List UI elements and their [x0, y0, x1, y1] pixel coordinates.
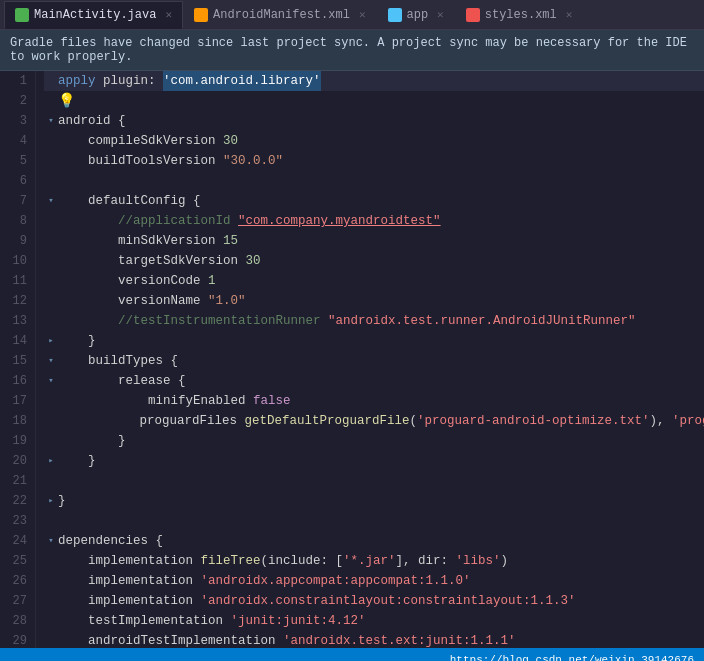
code-line-2: 💡	[44, 91, 704, 111]
fold-23	[44, 514, 58, 528]
fold-24[interactable]: ▾	[44, 534, 58, 548]
line-numbers: 1 2 3 4 5 6 7 8 9 10 11 12 13 14 15 16 1…	[0, 71, 36, 648]
code-line-1: apply plugin: 'com.android.library'	[44, 71, 704, 91]
fold-7[interactable]: ▾	[44, 194, 58, 208]
code-line-25: implementation fileTree (include: [ '*.j…	[44, 551, 704, 571]
fold-12	[44, 294, 58, 308]
ln-3: 3	[6, 111, 27, 131]
fold-5	[44, 154, 58, 168]
tab-main-activity[interactable]: MainActivity.java ✕	[4, 1, 183, 29]
status-bar: https://blog.csdn.net/weixin_39142676	[0, 648, 704, 661]
notification-bar: Gradle files have changed since last pro…	[0, 30, 704, 71]
tab-app[interactable]: app ✕	[377, 1, 455, 29]
code-content[interactable]: apply plugin: 'com.android.library' 💡 ▾ …	[36, 71, 704, 648]
fold-15[interactable]: ▾	[44, 354, 58, 368]
code-line-17: minifyEnabled false	[44, 391, 704, 411]
fold-3[interactable]: ▾	[44, 114, 58, 128]
ln-28: 28	[6, 611, 27, 631]
fold-4	[44, 134, 58, 148]
tab-android-manifest[interactable]: AndroidManifest.xml ✕	[183, 1, 376, 29]
ln-4: 4	[6, 131, 27, 151]
fold-20[interactable]: ▸	[44, 454, 58, 468]
tab-label-main-activity: MainActivity.java	[34, 8, 156, 22]
code-line-21	[44, 471, 704, 491]
ln-6: 6	[6, 171, 27, 191]
code-line-8: //applicationId "com.company.myandroidte…	[44, 211, 704, 231]
fold-8	[44, 214, 58, 228]
ln-16: 16	[6, 371, 27, 391]
code-line-9: minSdkVersion 15	[44, 231, 704, 251]
fold-17	[44, 394, 58, 408]
ln-17: 17	[6, 391, 27, 411]
tab-label-styles-xml: styles.xml	[485, 8, 557, 22]
ln-7: 7	[6, 191, 27, 211]
notification-text: Gradle files have changed since last pro…	[10, 36, 694, 64]
code-line-20: ▸ }	[44, 451, 704, 471]
code-line-16: ▾ release {	[44, 371, 704, 391]
ln-13: 13	[6, 311, 27, 331]
code-line-10: targetSdkVersion 30	[44, 251, 704, 271]
code-line-3: ▾ android {	[44, 111, 704, 131]
code-line-13: //testInstrumentationRunner "androidx.te…	[44, 311, 704, 331]
fold-11	[44, 274, 58, 288]
fold-16[interactable]: ▾	[44, 374, 58, 388]
ln-22: 22	[6, 491, 27, 511]
code-line-7: ▾ defaultConfig {	[44, 191, 704, 211]
tab-styles-xml[interactable]: styles.xml ✕	[455, 1, 584, 29]
code-line-4: compileSdkVersion 30	[44, 131, 704, 151]
code-line-22: ▸ }	[44, 491, 704, 511]
close-tab-app[interactable]: ✕	[437, 8, 444, 21]
editor: 1 2 3 4 5 6 7 8 9 10 11 12 13 14 15 16 1…	[0, 71, 704, 648]
fold-6	[44, 174, 58, 188]
fold-19	[44, 434, 58, 448]
close-tab-android-manifest[interactable]: ✕	[359, 8, 366, 21]
code-area[interactable]: 1 2 3 4 5 6 7 8 9 10 11 12 13 14 15 16 1…	[0, 71, 704, 648]
fold-13	[44, 314, 58, 328]
ln-9: 9	[6, 231, 27, 251]
close-tab-main-activity[interactable]: ✕	[165, 8, 172, 21]
ln-25: 25	[6, 551, 27, 571]
ln-29: 29	[6, 631, 27, 648]
code-line-12: versionName "1.0"	[44, 291, 704, 311]
fold-26	[44, 574, 58, 588]
close-tab-styles-xml[interactable]: ✕	[566, 8, 573, 21]
ln-19: 19	[6, 431, 27, 451]
ln-21: 21	[6, 471, 27, 491]
ln-27: 27	[6, 591, 27, 611]
tab-icon-android-manifest	[194, 8, 208, 22]
fold-9	[44, 234, 58, 248]
fold-29	[44, 634, 58, 648]
fold-22[interactable]: ▸	[44, 494, 58, 508]
code-line-18: proguardFiles getDefaultProguardFile ( '…	[44, 411, 704, 431]
ln-20: 20	[6, 451, 27, 471]
fold-14[interactable]: ▸	[44, 334, 58, 348]
ln-5: 5	[6, 151, 27, 171]
tab-icon-app	[388, 8, 402, 22]
code-line-19: }	[44, 431, 704, 451]
code-line-24: ▾ dependencies {	[44, 531, 704, 551]
code-line-5: buildToolsVersion "30.0.0"	[44, 151, 704, 171]
fold-1[interactable]	[44, 74, 58, 88]
kw-apply-1: apply	[58, 71, 96, 91]
ln-15: 15	[6, 351, 27, 371]
code-line-27: implementation 'androidx.constraintlayou…	[44, 591, 704, 611]
ln-12: 12	[6, 291, 27, 311]
fold-21	[44, 474, 58, 488]
code-line-26: implementation 'androidx.appcompat:appco…	[44, 571, 704, 591]
tab-label-app: app	[407, 8, 429, 22]
ln-10: 10	[6, 251, 27, 271]
ln-14: 14	[6, 331, 27, 351]
status-bar-url: https://blog.csdn.net/weixin_39142676	[450, 654, 694, 661]
fold-10	[44, 254, 58, 268]
ln-26: 26	[6, 571, 27, 591]
fold-28	[44, 614, 58, 628]
ln-11: 11	[6, 271, 27, 291]
ln-23: 23	[6, 511, 27, 531]
code-line-28: testImplementation 'junit:junit:4.12'	[44, 611, 704, 631]
fold-25	[44, 554, 58, 568]
code-line-29: androidTestImplementation 'androidx.test…	[44, 631, 704, 648]
code-line-14: ▸ }	[44, 331, 704, 351]
code-line-11: versionCode 1	[44, 271, 704, 291]
ln-18: 18	[6, 411, 27, 431]
ln-24: 24	[6, 531, 27, 551]
